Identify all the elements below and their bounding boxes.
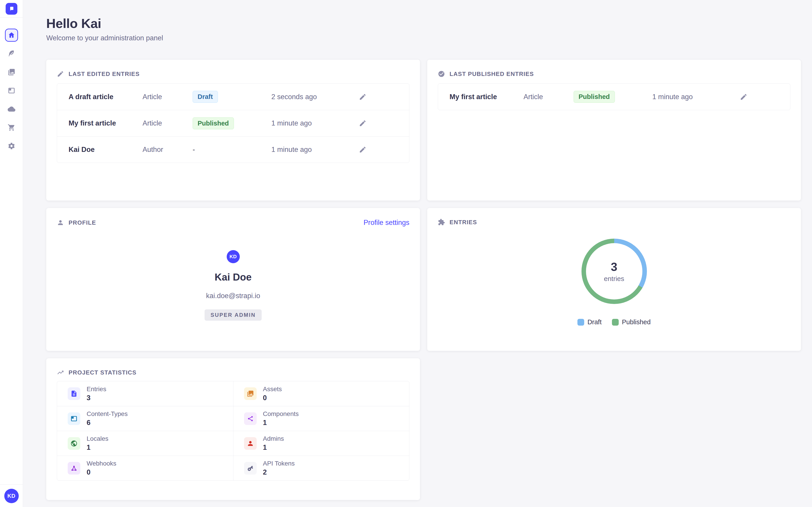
card-title: PROFILE [68,219,96,226]
stat-text: API Tokens 2 [263,460,295,476]
entry-name: My first article [450,93,523,101]
stat-label: Components [263,410,299,417]
feather-icon [8,50,15,57]
entry-time: 1 minute ago [652,93,729,101]
edit-icon [359,146,366,154]
card-header: ENTRIES [427,208,801,226]
stat-text: Assets 0 [263,386,282,402]
profile-avatar: KD [227,250,240,263]
stat-value: 2 [263,468,295,476]
sidebar-item-cloud[interactable] [5,103,18,116]
entry-time: 2 seconds ago [271,93,348,101]
edit-button[interactable] [357,118,368,129]
status-badge: Published [193,117,234,129]
cart-icon [8,124,15,131]
role-badge: SUPER ADMIN [205,309,261,321]
webhook-icon [68,462,80,474]
status-cell: Published [573,91,652,103]
file-icon [68,387,80,400]
entries-table: My first article Article Published 1 min… [438,83,790,110]
status-cell: Published [193,117,271,129]
stat-value: 1 [263,419,299,427]
donut-center: 3 entries [586,243,642,299]
edit-button[interactable] [738,91,749,103]
globe-icon [68,437,80,450]
share-nodes-icon [244,412,257,425]
legend-swatch [612,319,619,326]
profile-body: KD Kai Doe kai.doe@strapi.io SUPER ADMIN [46,227,420,321]
table-row[interactable]: My first article Article Published 1 min… [438,83,790,110]
last-published-entries-card: LAST PUBLISHED ENTRIES My first article … [427,60,801,201]
table-row[interactable]: My first article Article Published 1 min… [57,110,409,136]
sidebar-item-content-manager[interactable] [5,47,18,60]
sidebar: KD [0,0,23,507]
sidebar-item-settings[interactable] [5,139,18,153]
table-row[interactable]: Kai Doe Author - 1 minute ago [57,136,409,163]
dashboard-grid: LAST EDITED ENTRIES A draft article Arti… [46,60,801,500]
card-header: LAST EDITED ENTRIES [46,60,420,77]
card-title: ENTRIES [450,219,477,226]
stat-value: 0 [263,394,282,402]
stat-value: 3 [87,394,106,402]
card-title: LAST PUBLISHED ENTRIES [450,70,534,77]
stat-content-types: Content-Types 6 [57,406,233,431]
stat-assets: Assets 0 [233,381,409,406]
entry-time: 1 minute ago [271,146,348,154]
stat-locales: Locales 1 [57,431,233,456]
stat-entries: Entries 3 [57,381,233,406]
stat-text: Webhooks 0 [87,460,116,476]
user-avatar[interactable]: KD [4,489,19,503]
edit-icon [57,70,64,77]
card-title: LAST EDITED ENTRIES [68,70,140,77]
stat-components: Components 1 [233,406,409,431]
last-edited-entries-card: LAST EDITED ENTRIES A draft article Arti… [46,60,420,201]
stat-webhooks: Webhooks 0 [57,456,233,481]
user-icon [57,219,64,226]
project-statistics-card: PROJECT STATISTICS Entries 3 [46,358,420,500]
layout-icon [68,412,80,425]
sidebar-item-home[interactable] [5,29,18,42]
edit-button[interactable] [357,144,368,155]
entries-donut: 3 entries [581,239,647,304]
entries-card: ENTRIES 3 entries Draft Publis [427,208,801,351]
card-title: PROJECT STATISTICS [68,369,137,376]
stat-value: 6 [87,419,128,427]
check-circle-icon [438,70,445,77]
status-cell: Draft [193,91,271,103]
stat-api-tokens: API Tokens 2 [233,456,409,481]
sidebar-item-media-library[interactable] [5,66,18,79]
card-header: PROJECT STATISTICS [46,358,420,376]
edit-cell [348,118,409,129]
gear-icon [8,142,15,150]
puzzle-icon [438,219,445,226]
profile-card: PROFILE Profile settings KD Kai Doe kai.… [46,208,420,351]
entry-type: Article [523,93,573,101]
stat-label: Locales [87,435,108,442]
stat-value: 0 [87,468,116,476]
sidebar-item-content-type-builder[interactable] [5,84,18,97]
logo-container [0,0,23,17]
strapi-logo-icon [7,5,15,13]
sidebar-item-marketplace[interactable] [5,121,18,134]
card-header: LAST PUBLISHED ENTRIES [427,60,801,77]
edit-cell [348,91,409,103]
entry-name: Kai Doe [68,146,143,154]
key-icon [244,462,257,474]
entry-name: A draft article [68,93,143,101]
empty-grid-slot [427,358,801,500]
status-badge: Draft [193,91,218,103]
entry-name: My first article [68,119,143,127]
status-badge: Published [573,91,615,103]
stat-label: Admins [263,435,284,442]
profile-name: Kai Doe [215,272,252,283]
entry-type: Author [143,146,193,154]
pictures-icon [244,387,257,400]
edit-button[interactable] [357,91,368,103]
table-row[interactable]: A draft article Article Draft 2 seconds … [57,83,409,110]
legend-swatch [577,319,584,326]
card-header: PROFILE Profile settings [46,208,420,227]
stat-text: Components 1 [263,410,299,427]
profile-settings-link[interactable]: Profile settings [364,219,409,227]
stat-value: 1 [263,443,284,452]
stat-label: API Tokens [263,460,295,467]
